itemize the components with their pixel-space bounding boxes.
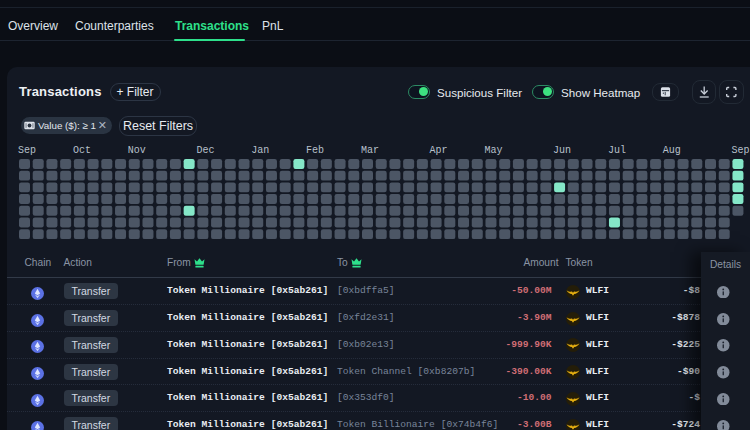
svg-text:Dec: Dec [196,145,214,156]
svg-text:Nov: Nov [128,145,146,156]
svg-text:Aug: Aug [663,145,681,156]
svg-text:May: May [485,145,503,156]
svg-text:Jun: Jun [553,145,571,156]
svg-text:Sep: Sep [18,145,36,156]
svg-text:Jul: Jul [608,145,626,156]
svg-text:Oct: Oct [73,145,91,156]
svg-text:Mar: Mar [361,145,379,156]
svg-text:Jan: Jan [251,145,269,156]
svg-text:Sep: Sep [731,145,749,156]
svg-text:Feb: Feb [306,145,324,156]
svg-text:Apr: Apr [430,145,448,156]
